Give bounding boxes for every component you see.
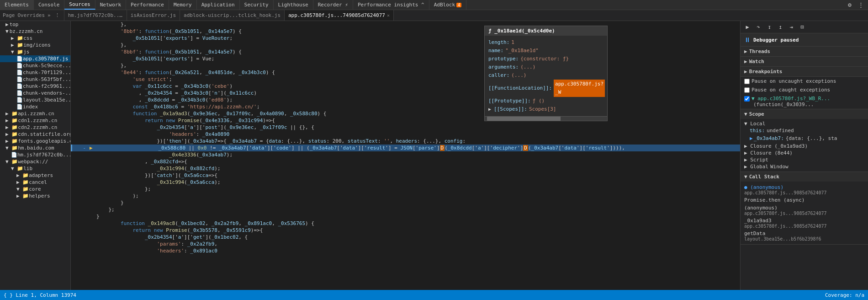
scope-closure2[interactable]: ▶ Closure (8e44) bbox=[744, 149, 864, 156]
sidebar-item-css[interactable]: ▶ 📁 css bbox=[0, 35, 70, 42]
sidebar-item-layout[interactable]: 📄 layout.3bea15e... bbox=[0, 96, 70, 103]
scope-3a4ab7[interactable]: ▶ _0x3a4ab7: {data: {...}, sta bbox=[744, 134, 864, 142]
sidebar-item-hmjs-file[interactable]: 📄 hm.js?df7672c0b... bbox=[0, 151, 70, 158]
tab-perf-insights[interactable]: Performance insights ^ bbox=[353, 0, 429, 10]
sidebar-item-api[interactable]: ▶ 📁 api.zzzmh.cn bbox=[0, 110, 70, 117]
sidebar-item-index[interactable]: 📄 index bbox=[0, 103, 70, 110]
file-breakpoint-label: ▼ app.c305780f.js?_WB_R... bbox=[752, 96, 830, 102]
page-tab[interactable]: Page bbox=[3, 10, 15, 21]
popup-scrollbar-h[interactable] bbox=[485, 116, 607, 121]
scope-section-header[interactable]: ▼ Scope bbox=[741, 109, 868, 119]
scope-global[interactable]: ▶ Global Window bbox=[744, 163, 864, 170]
code-line-18: })['then'](_0x3a4ab7=>{ _0x3a4ab7 = {dat… bbox=[71, 138, 740, 145]
debugger-paused-header: ⏸ Debugger paused bbox=[741, 33, 868, 47]
code-line-7: }, bbox=[71, 62, 740, 69]
tab-elements[interactable]: Elements bbox=[0, 0, 34, 10]
threads-section: ▶ Threads bbox=[741, 47, 868, 57]
sidebar-item-top[interactable]: ▶ top bbox=[0, 21, 70, 28]
code-line-16: _0x2b4354['a']['post'](_0x9e36ec, _0x17f… bbox=[71, 124, 740, 131]
sidebar-item-chunk3[interactable]: 📄 chunk-563f5bf... bbox=[0, 76, 70, 83]
callstack-item-promise[interactable]: Promise.then (async) bbox=[744, 196, 864, 204]
app-tab-label: app.c305780f.js...749085d7624077 bbox=[288, 12, 385, 18]
file-tabs-bar: Page Overrides » ⋮ hm.js?df7672c0b...f27… bbox=[0, 10, 868, 21]
callstack-item-3[interactable]: getData layout.3bea15e...b5f6b2398f6 bbox=[744, 230, 864, 242]
callstack-item-1[interactable]: (anonymous) app.c305780f.js...9085d76240… bbox=[744, 204, 864, 217]
tab-adblock[interactable]: AdBlock 4 bbox=[429, 0, 467, 10]
tab-lighthouse[interactable]: Lighthouse bbox=[274, 0, 313, 10]
settings-icon[interactable]: ⚙ bbox=[845, 0, 854, 10]
sidebar-item-cdn2[interactable]: ▶ 📁 cdn2.zzzmh.cn bbox=[0, 124, 70, 131]
scope-section: ▼ Scope ▼ Local this: undefined ▶ _0x3a4… bbox=[741, 109, 868, 172]
isaxios-source-tab[interactable]: isAxiosError.js bbox=[127, 10, 180, 21]
sidebar-item-hm-baidu[interactable]: ▼ 📁 hm.baidu.com bbox=[0, 145, 70, 151]
sidebar-item-lib[interactable]: ▼ 📁 lib bbox=[0, 165, 70, 172]
tab-sources[interactable]: Sources bbox=[64, 0, 95, 10]
code-line-6: _0x5b1051['exports'] = Vue; bbox=[71, 55, 740, 62]
code-line-19: _0x4e3336(_0x3a4ab7); bbox=[71, 151, 740, 158]
pause-caught-checkbox[interactable] bbox=[744, 87, 750, 93]
sidebar-item-cdn-static[interactable]: ▶ 📁 cdn.staticfile.org bbox=[0, 131, 70, 138]
code-line-3: _0x5b1051['exports'] = VueRouter; bbox=[71, 35, 740, 42]
code-line-breakpoint: - ▶ _0x588c80 || 0x0 != _0x3a4ab7['data'… bbox=[71, 145, 740, 151]
deactivate-btn[interactable]: ⊡ bbox=[798, 23, 806, 31]
step-over-btn[interactable]: ↷ bbox=[754, 23, 762, 31]
callstack-item-2[interactable]: _0x1a9ad3 app.c305780f.js...9085d7624077 bbox=[744, 217, 864, 230]
code-line-5: '8bbf': function(_0x5b1051, _0x14a5e7) { bbox=[71, 48, 740, 55]
tab-memory[interactable]: Memory bbox=[169, 0, 197, 10]
sidebar-item-core[interactable]: ▼ 📁 core bbox=[0, 186, 70, 193]
tab-console[interactable]: Console bbox=[34, 0, 64, 10]
app-source-tab[interactable]: app.c305780f.js...749085d7624077 ✕ bbox=[285, 10, 394, 21]
sidebar-item-js[interactable]: ▼ 📁 js bbox=[0, 48, 70, 55]
sidebar-item-chunk-vendors[interactable]: 📄 chunk-vendors-... bbox=[0, 90, 70, 96]
scope-script[interactable]: ▶ Script bbox=[744, 156, 864, 163]
scope-closure1[interactable]: ▶ Closure (_0x1a9ad3) bbox=[744, 142, 864, 149]
popup-scroll-thumb bbox=[487, 117, 561, 121]
file-breakpoint-checkbox[interactable] bbox=[744, 96, 750, 102]
callstack-section: ▼ Call Stack ● (anonymous) app.c305780f.… bbox=[741, 172, 868, 245]
more-icon[interactable]: ⋮ bbox=[856, 0, 865, 10]
sidebar-item-webpack[interactable]: ▼ 📁 webpack:// bbox=[0, 158, 70, 165]
isaxios-label: isAxiosError.js bbox=[131, 12, 176, 18]
close-app-tab-btn[interactable]: ✕ bbox=[387, 13, 390, 18]
sidebar-item-img[interactable]: ▶ 📁 img/icons bbox=[0, 42, 70, 48]
sidebar-item-adapters[interactable]: ▶ 📁 adapters bbox=[0, 172, 70, 179]
code-line-12: , _0x8dcdd = _0x34b3c0('ed08'); bbox=[71, 96, 740, 103]
threads-section-header[interactable]: ▶ Threads bbox=[741, 47, 868, 56]
top-tab-bar: Elements Console Sources Network Perform… bbox=[0, 0, 868, 10]
tab-performance[interactable]: Performance bbox=[126, 0, 169, 10]
resume-btn[interactable]: ▶ bbox=[743, 23, 752, 31]
tab-recorder[interactable]: Recorder ⚡ bbox=[313, 0, 353, 10]
tab-network[interactable]: Network bbox=[95, 0, 126, 10]
tab-security[interactable]: Security bbox=[240, 0, 274, 10]
function-location-link[interactable]: app.c305780f.js?_W bbox=[554, 80, 605, 97]
callstack-section-header[interactable]: ▼ Call Stack bbox=[741, 172, 868, 182]
breakpoints-section-header[interactable]: ▶ Breakpoints bbox=[741, 67, 868, 76]
popup-row-proto2: [[Prototype]]: ƒ () bbox=[488, 97, 603, 105]
sidebar-item-chunk1[interactable]: 📄 chunk-5c9ecce... bbox=[0, 62, 70, 69]
watch-section-header[interactable]: ▶ Watch bbox=[741, 57, 868, 66]
sidebar-item-helpers[interactable]: ▶ 📁 helpers bbox=[0, 193, 70, 199]
pause-uncaught-checkbox[interactable] bbox=[744, 79, 750, 84]
new-snippet-btn[interactable]: ⋮ bbox=[53, 12, 61, 19]
step-out-btn[interactable]: ↥ bbox=[776, 23, 784, 31]
sidebar-item-fonts[interactable]: ▶ 📁 fonts.googleapis.co bbox=[0, 138, 70, 145]
tab-application[interactable]: Application bbox=[197, 0, 240, 10]
code-line-4: }, bbox=[71, 42, 740, 48]
sidebar-item-app[interactable]: 📄 app.c305780f.js bbox=[0, 55, 70, 62]
popup-row-funcloc: [[FunctionLocation]]: app.c305780f.js?_W bbox=[488, 80, 603, 97]
more-pages-btn[interactable]: » bbox=[48, 10, 51, 21]
step-into-btn[interactable]: ↧ bbox=[765, 23, 773, 31]
sidebar-item-cancel[interactable]: ▶ 📁 cancel bbox=[0, 179, 70, 186]
sidebar-item-bz[interactable]: ▼ bz.zzzmh.cn bbox=[0, 28, 70, 35]
sidebar-item-cdn1[interactable]: ▶ 📁 cdn1.zzzmh.cn bbox=[0, 117, 70, 124]
hmjs-source-tab[interactable]: hm.js?df7672c0b...f27435814d4e4a bbox=[64, 10, 127, 21]
overrides-tab[interactable]: Overrides bbox=[18, 10, 45, 21]
callstack-item-0[interactable]: ● (anonymous) app.c305780f.js...9085d762… bbox=[744, 183, 864, 196]
sidebar-item-chunk2[interactable]: 📄 chunk-70f1129... bbox=[0, 69, 70, 76]
sidebar-item-chunk4[interactable]: 📄 chunk-f2c9961... bbox=[0, 83, 70, 90]
popup-header: ƒ _0x18ae1d(_0x5c4d0e) bbox=[485, 26, 607, 36]
scope-local-header[interactable]: ▼ Local bbox=[744, 121, 864, 127]
step-btn[interactable]: ⇥ bbox=[787, 23, 795, 31]
code-area: }, '8bbf': function(_0x5b1051, _0x14a5e7… bbox=[71, 21, 740, 290]
adblock-hook-tab[interactable]: adblock-uiscrip...tclick_hook.js bbox=[180, 10, 285, 21]
